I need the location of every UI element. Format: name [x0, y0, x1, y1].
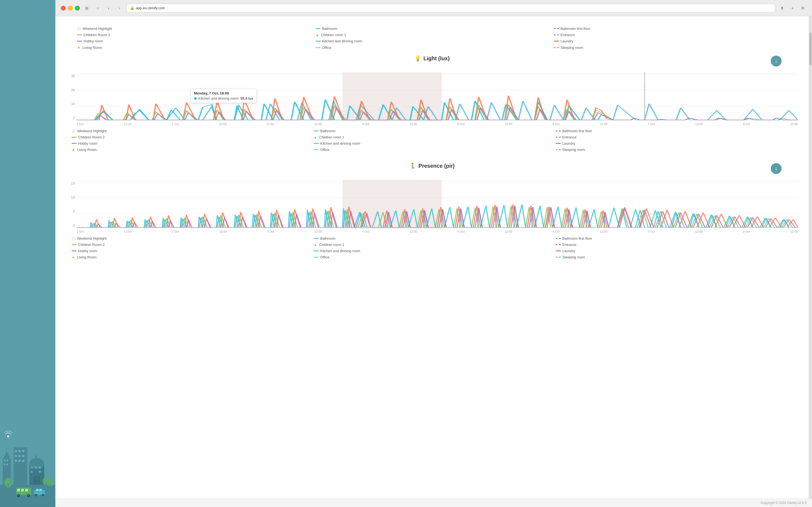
pres-legend-kitchen: Kitchen and dinning room	[314, 249, 550, 253]
forward-button[interactable]: ›	[116, 4, 123, 12]
light-legend-children1: ▲ Children room 1	[314, 135, 550, 139]
legend-item-bathroom: Bathroom	[315, 26, 549, 31]
svg-rect-31	[46, 483, 47, 487]
light-legend-icon-kitchen	[314, 143, 318, 144]
pres-legend-children1: ▲ Children room 1	[314, 243, 550, 247]
address-bar[interactable]: 🔒 app.eu.climify.com	[126, 4, 775, 12]
light-legend-icon-laundry	[556, 143, 561, 144]
light-legend-kitchen: Kitchen and dinning room	[314, 142, 550, 146]
legend-item-kitchen: Kitchen and dinning room	[315, 39, 549, 43]
share-button[interactable]: ⬆	[778, 4, 786, 12]
presence-svg-container	[76, 180, 798, 230]
svg-rect-22	[35, 466, 37, 468]
y-label-0: 0	[66, 116, 75, 120]
svg-rect-7	[6, 463, 8, 465]
light-chart-tooltip: Monday, 7 Oct, 19:00 Kitchen and dinning…	[190, 89, 257, 103]
tooltip-label: Kitchen and dinning room: 55.4 lux	[198, 96, 253, 100]
legend-icon-kitchen	[315, 41, 321, 42]
legend-icon-children2	[77, 35, 82, 35]
legend-item-entrance: Entrance	[554, 33, 787, 37]
svg-rect-17	[22, 460, 24, 462]
footer-bar: Copyright © 2020 Climify v2.8.3	[55, 499, 812, 507]
pres-y-label-5: 5	[66, 209, 75, 213]
svg-point-50	[7, 435, 9, 438]
sidebar-city-illustration	[0, 426, 55, 507]
pres-legend-office: Office	[314, 255, 550, 259]
pres-legend-bathroom: Bathroom	[314, 236, 550, 240]
minimize-button[interactable]	[68, 6, 73, 11]
svg-rect-33	[50, 484, 51, 487]
light-legend-icon-sleeping	[556, 149, 561, 150]
svg-rect-45	[39, 489, 42, 491]
bookmark-button[interactable]: ☆	[94, 4, 102, 12]
light-legend-living: ★ Living Room	[72, 148, 308, 152]
pres-legend-living: ★ Living Room	[72, 255, 308, 259]
light-legend-office: Office	[314, 148, 550, 152]
pres-legend-bathroom-first: Bathroom first floor	[556, 236, 793, 240]
svg-rect-3	[6, 447, 7, 454]
svg-rect-25	[39, 471, 41, 473]
pres-legend-entrance: Entrance	[556, 243, 793, 247]
presence-chart-section: 🚶 Presence (pir) ↓ 15 10 5 0	[66, 163, 798, 259]
light-legend-icon-entrance	[556, 137, 561, 137]
legend-icon-hobby	[77, 41, 82, 42]
pres-legend-icon-living: ★	[72, 256, 75, 259]
presence-icon: 🚶	[410, 163, 416, 169]
light-legend-children2: Children Room 2	[72, 135, 308, 139]
svg-rect-9	[15, 450, 17, 452]
sidebar-toggle-button[interactable]: ⊞	[83, 4, 91, 12]
scrollbar[interactable]	[809, 16, 812, 499]
svg-rect-29	[8, 484, 9, 487]
legend-icon-living: ★	[77, 45, 81, 50]
presence-chart-svg	[76, 180, 798, 229]
light-y-axis: 3k 2k 1k 0	[66, 72, 76, 121]
pres-legend-icon-weekend	[72, 237, 75, 240]
windows-button[interactable]: ⧉	[799, 4, 807, 12]
tooltip-title: Monday, 7 Oct, 19:00	[194, 91, 253, 95]
light-legend-bathroom: Bathroom	[314, 129, 550, 133]
maximize-button[interactable]	[75, 6, 80, 11]
pres-legend-icon-laundry	[556, 250, 561, 251]
svg-rect-10	[18, 450, 21, 452]
traffic-lights	[61, 6, 80, 11]
light-legend-icon-children1: ▲	[314, 136, 317, 139]
presence-chart-title: 🚶 Presence (pir)	[410, 163, 455, 169]
light-legend-icon-bathroom	[314, 130, 318, 131]
legend-item-children2: Children Room 2	[77, 33, 310, 37]
legend-icon-bathroom-first	[554, 28, 559, 29]
pres-legend-hobby: Hobby room	[72, 249, 308, 253]
pres-y-label-10: 10	[66, 195, 75, 200]
presence-download-button[interactable]: ↓	[771, 163, 781, 174]
legend-item-children1: ▲ Children room 1	[315, 33, 549, 37]
back-button[interactable]: ‹	[105, 4, 112, 12]
legend-item-laundry: Laundry	[554, 39, 787, 43]
pres-legend-icon-children2	[72, 244, 76, 245]
pres-legend-sleeping: Sleeping room	[556, 255, 793, 259]
tooltip-color-dot	[194, 97, 197, 100]
svg-rect-5	[6, 459, 8, 461]
pres-legend-icon-bathroom-first	[556, 238, 561, 239]
pres-legend-icon-entrance	[556, 244, 561, 245]
presence-y-axis: 15 10 5 0	[66, 180, 76, 229]
svg-rect-26	[33, 476, 41, 485]
url-text: app.eu.climify.com	[136, 6, 165, 10]
svg-rect-14	[22, 455, 24, 457]
legend-item-hobby: Hobby room	[77, 39, 310, 43]
y-label-3k: 3k	[66, 74, 75, 78]
light-x-axis: 1 Oct 12:00 2 Oct 12:00 3 Oct 12:00 4 Oc…	[76, 122, 798, 126]
legend-item-sleeping: Sleeping room	[554, 45, 787, 50]
svg-rect-4	[4, 459, 5, 461]
light-legend-icon-office	[314, 149, 318, 150]
legend-item-office: Office	[315, 45, 549, 50]
close-button[interactable]	[61, 6, 66, 11]
browser-actions: ⬆ + ⧉	[778, 4, 807, 12]
light-chart-section: 💡 Light (lux) ↓ 3k 2k 1k 0	[66, 55, 798, 152]
new-tab-button[interactable]: +	[789, 4, 796, 12]
pres-legend-icon-bathroom	[314, 238, 318, 239]
scrollbar-thumb[interactable]	[809, 33, 811, 65]
svg-rect-35	[17, 489, 20, 492]
light-download-button[interactable]: ↓	[771, 56, 781, 66]
pres-legend-weekend: Weekend Highlight	[72, 236, 308, 240]
light-chart-title: 💡 Light (lux)	[414, 55, 450, 62]
light-legend-laundry: Laundry	[556, 142, 793, 146]
